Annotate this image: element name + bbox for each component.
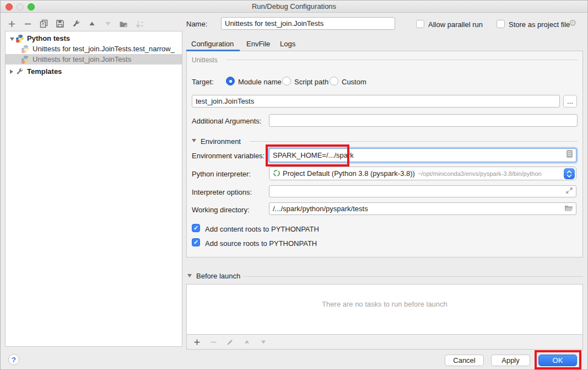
name-label: Name: xyxy=(186,20,207,28)
remove-task-icon xyxy=(209,337,218,347)
add-source-roots-label: Add source roots to PYTHONPATH xyxy=(205,239,317,248)
folder-icon[interactable] xyxy=(564,203,573,215)
add-content-roots-checkbox[interactable]: ✓ xyxy=(192,224,200,232)
working-directory-label: Working directory: xyxy=(192,206,250,214)
environment-section-title: Environment xyxy=(201,137,241,146)
ok-button[interactable]: OK xyxy=(538,355,577,366)
cancel-button[interactable]: Cancel xyxy=(445,355,484,366)
move-up-icon[interactable] xyxy=(87,19,96,29)
chevron-right-icon[interactable] xyxy=(10,67,15,76)
no-tasks-message: There are no tasks to run before launch xyxy=(187,300,582,308)
before-launch-task-list[interactable]: There are no tasks to run before launch xyxy=(186,284,583,335)
tree-item-unittests-jointests-selected[interactable]: Unittests for test_join.JoinTests xyxy=(6,54,182,65)
interpreter-options-input[interactable] xyxy=(269,185,576,197)
browse-target-button[interactable]: ... xyxy=(563,95,577,108)
python-interpreter-label: Python interpreter: xyxy=(192,170,251,178)
allow-parallel-run-label: Allow parallel run xyxy=(428,20,483,29)
tree-item-label: Unittests for test_join.JoinTests xyxy=(33,55,131,63)
tree-item-label: Unittests for test_join.JoinTests.test_n… xyxy=(33,45,175,53)
move-task-up-icon xyxy=(242,337,251,347)
add-task-icon[interactable] xyxy=(192,337,202,347)
radio-custom-label: Custom xyxy=(342,78,366,86)
python-interpreter-path: ~/opt/miniconda3/envs/pyspark-3.8/bin/py… xyxy=(418,170,542,177)
remove-icon[interactable] xyxy=(23,19,33,29)
working-directory-input[interactable]: /.../spark/python/pyspark/tests xyxy=(269,202,576,215)
add-content-roots-label: Add content roots to PYTHONPATH xyxy=(205,225,319,233)
title-bar: Run/Debug Configurations xyxy=(1,1,587,13)
tree-item-label: Templates xyxy=(27,67,62,76)
python-tests-faded-icon xyxy=(21,45,30,53)
environment-collapse-icon[interactable] xyxy=(192,139,196,142)
save-icon[interactable] xyxy=(55,19,64,29)
tab-envfile[interactable]: EnvFile xyxy=(246,40,270,48)
allow-parallel-run-checkbox[interactable] xyxy=(416,20,424,28)
store-as-project-file-checkbox[interactable] xyxy=(497,20,505,28)
expand-field-icon[interactable] xyxy=(565,187,573,196)
add-icon[interactable] xyxy=(7,19,17,29)
gear-icon[interactable]: ⚙ xyxy=(569,19,576,28)
tab-logs[interactable]: Logs xyxy=(280,40,295,48)
before-launch-toolbar xyxy=(186,335,583,350)
new-folder-icon[interactable] xyxy=(119,19,128,29)
name-input[interactable] xyxy=(221,17,395,30)
radio-script-path[interactable] xyxy=(282,77,291,85)
tree-item-python-tests[interactable]: Python tests xyxy=(6,33,182,44)
environment-variables-label: Environment variables: xyxy=(192,152,265,160)
additional-arguments-label: Additional Arguments: xyxy=(192,117,261,125)
python-interpreter-value: Project Default (Python 3.8 (pyspark-3.8… xyxy=(283,169,415,178)
browse-env-variables-icon[interactable] xyxy=(566,149,573,162)
conda-interpreter-icon xyxy=(273,169,280,177)
move-task-down-icon xyxy=(258,337,268,347)
target-module-input[interactable] xyxy=(192,95,560,108)
configurations-toolbar xyxy=(7,18,144,29)
run-debug-configurations-dialog: Run/Debug Configurations Python xyxy=(0,0,588,370)
tree-item-unittests-test-narrow[interactable]: Unittests for test_join.JoinTests.test_n… xyxy=(6,44,182,54)
target-label: Target: xyxy=(192,78,214,86)
wrench-icon xyxy=(15,67,24,76)
interpreter-dropdown-stepper[interactable] xyxy=(564,168,575,179)
copy-icon[interactable] xyxy=(39,19,48,29)
edit-templates-wrench-icon[interactable] xyxy=(71,19,80,29)
environment-divider xyxy=(250,141,578,142)
sort-alphabetically-icon xyxy=(135,19,144,29)
before-launch-collapse-icon[interactable] xyxy=(187,274,192,277)
radio-custom[interactable] xyxy=(330,77,338,85)
store-as-project-file-label: Store as project file xyxy=(509,20,570,29)
tree-item-label: Python tests xyxy=(27,34,70,42)
before-launch-divider xyxy=(243,276,583,277)
edit-task-pencil-icon xyxy=(225,337,235,347)
move-down-icon xyxy=(103,19,112,29)
interpreter-options-label: Interpreter options: xyxy=(192,188,252,196)
python-tests-faded-icon xyxy=(21,55,30,64)
before-launch-title: Before launch xyxy=(196,272,240,280)
unittests-group-title: Unittests xyxy=(192,56,218,64)
radio-module-name[interactable] xyxy=(226,77,235,85)
environment-variables-input[interactable]: SPARK_HOME=/.../spark xyxy=(269,148,576,162)
additional-arguments-input[interactable] xyxy=(269,114,578,127)
radio-module-name-label: Module name xyxy=(238,78,282,86)
help-button[interactable]: ? xyxy=(8,354,19,365)
configurations-tree: Python tests Unittests for test_join.Joi… xyxy=(5,31,182,347)
group-divider xyxy=(226,60,578,60)
chevron-down-icon[interactable] xyxy=(10,34,15,42)
window-title: Run/Debug Configurations xyxy=(1,2,587,10)
apply-button[interactable]: Apply xyxy=(491,355,530,366)
add-source-roots-checkbox[interactable]: ✓ xyxy=(192,238,200,246)
radio-script-path-label: Script path xyxy=(294,78,328,86)
tree-item-templates[interactable]: Templates xyxy=(6,66,182,77)
python-interpreter-select[interactable]: Project Default (Python 3.8 (pyspark-3.8… xyxy=(269,167,576,180)
python-tests-icon xyxy=(15,34,24,43)
tab-configuration[interactable]: Configuration xyxy=(191,40,234,48)
